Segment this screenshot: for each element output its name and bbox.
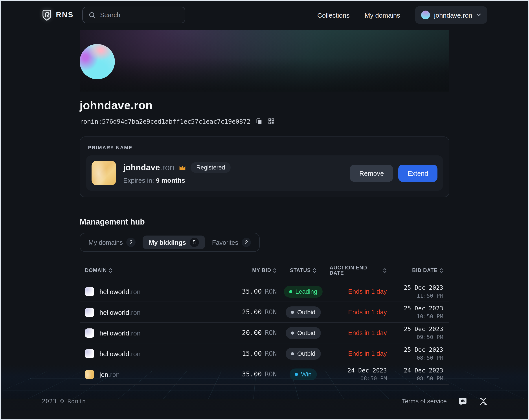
wallet-address: ronin:576d94d7ba2e9ced1abff1ec57c1eac7c1…: [80, 118, 251, 125]
table-row[interactable]: helloworld.ron 15.00RON Outbid Ends in 1…: [80, 343, 449, 364]
crown-icon: [179, 164, 186, 171]
tab-bar: My domains 2 My biddings 5 Favorites 2: [80, 233, 260, 252]
profile-avatar: [80, 44, 115, 79]
primary-name-label: PRIMARY NAME: [86, 143, 443, 155]
column-header-my-bid[interactable]: MY BID: [215, 268, 277, 273]
bid-date: 24 Dec 202308:50 PM: [404, 367, 443, 382]
remove-button[interactable]: Remove: [350, 164, 393, 182]
discord-icon[interactable]: [458, 396, 467, 406]
column-header-status[interactable]: STATUS: [277, 268, 330, 273]
app-window: RNS Collections My domains johndave.ron …: [0, 0, 529, 420]
user-name: johndave.ron: [434, 11, 472, 19]
column-header-domain[interactable]: DOMAIN: [80, 268, 215, 273]
domain-thumbnail: [85, 287, 94, 296]
bid-date: 25 Dec 202310:50 PM: [404, 305, 443, 320]
bid-date: 25 Dec 202311:50 PM: [404, 284, 443, 299]
domain-thumbnail: [92, 161, 116, 185]
domain-thumbnail: [85, 308, 94, 317]
status-badge: Outbid: [286, 348, 321, 359]
column-header-bid-date[interactable]: BID DATE: [387, 268, 449, 273]
domain-name: helloworld.ron: [99, 350, 141, 357]
search-bar[interactable]: [82, 7, 185, 23]
profile-banner: [80, 30, 449, 92]
domain-thumbnail: [85, 328, 94, 338]
auction-countdown: Ends in 1 day: [348, 350, 387, 357]
status-badge: Registered: [191, 162, 231, 173]
top-nav: RNS Collections My domains johndave.ron: [0, 0, 529, 30]
domain-name: jon.ron: [99, 370, 120, 378]
sort-icon: [273, 268, 277, 273]
auction-countdown: Ends in 1 day: [348, 288, 387, 295]
primary-name-item: johndave.ron Registered Expires in: 9 mo…: [86, 155, 443, 191]
sort-icon: [439, 268, 443, 273]
sort-icon: [108, 268, 112, 273]
rns-logo[interactable]: RNS: [42, 9, 74, 21]
auction-countdown: Ends in 1 day: [348, 309, 387, 316]
primary-domain-name: johndave.ron: [123, 163, 174, 172]
search-icon: [89, 11, 96, 19]
count-badge: 5: [190, 238, 199, 247]
table-row[interactable]: helloworld.ron 25.00RON Outbid Ends in 1…: [80, 302, 449, 323]
biddings-table: DOMAIN MY BID STATUS AUCTION END DATE BI…: [80, 265, 449, 385]
primary-name-card: PRIMARY NAME johndave.ron Registered Exp…: [80, 136, 449, 197]
count-badge: 2: [242, 238, 251, 247]
table-row[interactable]: jon.ron 35.00RON Win 24 Dec 202308:50 PM…: [80, 364, 449, 385]
domain-thumbnail: [85, 370, 94, 379]
qr-code-icon[interactable]: [268, 118, 275, 125]
status-badge: Outbid: [286, 306, 321, 318]
brand-text: RNS: [56, 11, 74, 19]
extend-button[interactable]: Extend: [398, 164, 437, 182]
tab-my-biddings[interactable]: My biddings 5: [143, 236, 205, 249]
status-dot: [291, 352, 294, 355]
tab-favorites[interactable]: Favorites 2: [206, 236, 257, 249]
footer: 2023 © Ronin Terms of service: [0, 391, 529, 411]
user-menu[interactable]: johndave.ron: [415, 6, 487, 24]
status-dot: [295, 373, 298, 376]
status-dot: [291, 311, 294, 314]
copy-icon[interactable]: [255, 118, 263, 125]
nav-my-domains[interactable]: My domains: [365, 11, 400, 19]
status-badge: Win: [290, 368, 317, 380]
terms-of-service-link[interactable]: Terms of service: [402, 398, 447, 405]
page-title: johndave.ron: [80, 99, 449, 112]
status-badge: Outbid: [286, 327, 321, 339]
copyright-text: 2023 © Ronin: [42, 398, 86, 405]
x-twitter-icon[interactable]: [479, 397, 487, 405]
auction-countdown: Ends in 1 day: [348, 329, 387, 336]
domain-name: helloworld.ron: [99, 329, 141, 337]
chevron-down-icon: [476, 13, 481, 17]
tab-my-domains[interactable]: My domains 2: [82, 236, 142, 249]
domain-name: helloworld.ron: [99, 288, 141, 295]
bid-date: 25 Dec 202309:50 PM: [404, 325, 443, 340]
ronin-shield-icon: [42, 9, 52, 21]
column-header-auction-end[interactable]: AUCTION END DATE: [330, 265, 387, 276]
nav-collections[interactable]: Collections: [317, 11, 350, 19]
user-avatar: [421, 11, 430, 19]
status-dot: [289, 290, 292, 293]
count-badge: 2: [126, 238, 135, 247]
sort-icon: [383, 268, 387, 273]
domain-thumbnail: [85, 349, 94, 358]
search-input[interactable]: [100, 12, 179, 18]
status-badge: Leading: [284, 285, 323, 298]
section-title: Management hub: [80, 217, 449, 227]
bid-date: 25 Dec 202308:50 PM: [404, 346, 443, 361]
status-dot: [291, 331, 294, 334]
table-row[interactable]: helloworld.ron 20.00RON Outbid Ends in 1…: [80, 323, 449, 343]
sort-icon: [313, 268, 317, 273]
domain-name: helloworld.ron: [99, 308, 141, 316]
table-row[interactable]: helloworld.ron 35.00RON Leading Ends in …: [80, 281, 449, 302]
expiry-text: Expires in: 9 months: [123, 176, 231, 184]
table-header: DOMAIN MY BID STATUS AUCTION END DATE BI…: [80, 265, 449, 281]
